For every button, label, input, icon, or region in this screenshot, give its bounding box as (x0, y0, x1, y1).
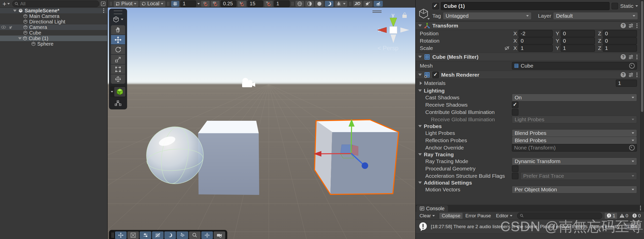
gizmo-y-axis[interactable] (351, 126, 352, 153)
rotation-y-field[interactable] (561, 37, 595, 44)
console-search[interactable] (517, 213, 602, 219)
log-count-toggle[interactable]: 1 (605, 213, 617, 219)
object-picker-icon[interactable] (629, 145, 635, 151)
presets-icon[interactable] (628, 23, 634, 28)
component-menu-kebab-icon[interactable] (636, 72, 638, 78)
lighting-toggle-button[interactable] (325, 1, 333, 7)
reflection-probes-dropdown[interactable]: Blend Probes (512, 137, 637, 144)
scene-3d-viewport[interactable]: y x < Persp (108, 7, 415, 239)
inspector-scrollbar[interactable] (640, 0, 644, 205)
hierarchy-row-scene[interactable]: SampleScene* (0, 8, 107, 13)
error-pause-button[interactable]: Error Pause (463, 213, 493, 219)
grid-size-field[interactable]: 1 (180, 1, 196, 7)
help-icon[interactable]: ? (621, 54, 626, 59)
move-snap-button[interactable] (211, 1, 219, 7)
tag-dropdown[interactable]: Untagged (443, 12, 532, 20)
move-tool[interactable] (111, 35, 125, 44)
scale-snap-field[interactable]: 1 (274, 1, 290, 7)
mesh-object-field[interactable]: Cube (512, 62, 637, 70)
scale-snap-button[interactable] (264, 1, 273, 7)
lighting-overlay-toggle[interactable] (164, 231, 176, 239)
rotation-z-field[interactable] (603, 37, 637, 44)
create-object-button[interactable]: + (2, 0, 11, 8)
shading-wireframe-button[interactable] (295, 1, 304, 7)
presets-icon[interactable] (628, 72, 634, 78)
scene-view[interactable]: Pivot Local 1 0.25 15 (108, 0, 415, 239)
procedural-geometry-checkbox[interactable] (512, 165, 518, 172)
grid-visibility-button[interactable] (171, 1, 179, 7)
motion-vectors-dropdown[interactable]: Per Object Motion (512, 186, 637, 193)
error-count-toggle[interactable]: 0 (630, 213, 642, 219)
probes-foldout[interactable]: Probes (416, 123, 640, 129)
axis-center-cube[interactable] (390, 26, 397, 34)
console-log-entry[interactable]: [18:27:58] There are 2 audio listeners i… (416, 220, 644, 234)
clear-button[interactable]: Clear (417, 213, 437, 219)
move-gizmo-toggle[interactable] (115, 231, 127, 239)
receive-gi-dropdown[interactable]: Light Probes (512, 116, 637, 123)
scale-x-field[interactable] (518, 45, 553, 52)
light-probes-overlay-toggle[interactable] (177, 231, 188, 239)
hierarchy-search[interactable] (12, 1, 99, 7)
materials-row[interactable]: Materials (416, 79, 640, 87)
tab-console[interactable]: Console (416, 205, 448, 212)
gameobject-icon-dropdown[interactable] (418, 2, 430, 20)
hierarchy-row-cube[interactable]: Cube (0, 30, 107, 36)
shading-shaded-button[interactable] (315, 1, 324, 7)
contribute-gi-checkbox[interactable] (512, 109, 518, 115)
gizmo-x-axis[interactable] (321, 154, 351, 154)
visibility-eye-icon[interactable] (1, 25, 6, 29)
collapse-button[interactable]: Collapse (439, 213, 463, 219)
sliders-overlay-toggle[interactable] (140, 231, 151, 239)
foldout-open-icon[interactable] (13, 10, 17, 12)
debug-draw-mode-dropdown[interactable] (335, 1, 347, 7)
console-search-input[interactable] (525, 213, 599, 219)
static-flags-caret[interactable] (635, 5, 638, 7)
view-hand-tool[interactable] (111, 25, 125, 35)
accel-structure-dropdown[interactable]: Prefer Fast Trace (520, 172, 637, 180)
anchor-override-field[interactable]: None (Transform) (512, 144, 637, 152)
cube-object[interactable] (198, 121, 259, 195)
rotation-x-field[interactable] (518, 37, 553, 44)
edit-tool-toggle[interactable] (127, 231, 139, 239)
accel-structure-checkbox[interactable] (512, 173, 518, 179)
layer-dropdown[interactable]: Default (553, 12, 638, 20)
scrollbar-thumb[interactable] (641, 1, 643, 112)
overlay-drag-handle[interactable] (112, 232, 113, 238)
hierarchy-row-directional-light[interactable]: Directional Light (0, 19, 107, 24)
ray-tracing-mode-dropdown[interactable]: Dynamic Transform (512, 158, 637, 165)
scale-tool[interactable] (111, 55, 125, 64)
grid-size-caret[interactable] (197, 3, 200, 5)
center-gizmo-overlay-toggle[interactable] (201, 231, 213, 239)
grid-snap-overlay-toggle[interactable] (152, 231, 164, 239)
tool-context-dropdown[interactable] (113, 16, 123, 23)
position-y-field[interactable] (561, 30, 595, 37)
materials-count-field[interactable] (616, 80, 637, 87)
editor-dropdown[interactable]: Editor (494, 213, 515, 219)
foldout-closed-icon[interactable] (420, 81, 422, 85)
object-picker-icon[interactable] (629, 63, 635, 69)
hierarchy-row-main-camera[interactable]: Main Camera (0, 13, 107, 19)
selected-cube-object[interactable] (315, 120, 399, 194)
pick-window-icon[interactable] (101, 1, 106, 6)
audio-toggle[interactable] (363, 1, 372, 7)
help-icon[interactable]: ? (621, 23, 626, 28)
scale-z-field[interactable] (603, 45, 637, 52)
position-x-field[interactable] (518, 30, 553, 37)
foldout-open-icon[interactable] (418, 74, 422, 76)
hierarchy-search-input[interactable] (20, 1, 97, 7)
2d-view-toggle[interactable]: 2D (353, 1, 362, 7)
shading-shaded-wireframe-button[interactable] (305, 1, 314, 7)
static-checkbox[interactable] (612, 3, 618, 9)
transform-component-header[interactable]: Transform ? (416, 21, 640, 30)
gizmo-plane-xy[interactable] (340, 145, 352, 154)
splines-tool[interactable] (111, 99, 125, 107)
receive-shadows-checkbox[interactable] (512, 102, 518, 108)
help-icon[interactable]: ? (621, 72, 626, 77)
grid-snap-toggle[interactable] (201, 1, 210, 7)
mesh-filter-component-header[interactable]: Cube (Mesh Filter) ? (416, 53, 640, 61)
additional-settings-foldout[interactable]: Additional Settings (416, 180, 640, 186)
projection-toggle[interactable]: < Persp (377, 45, 398, 51)
foldout-open-icon[interactable] (18, 37, 22, 40)
console-menu-kebab-icon[interactable] (639, 205, 641, 211)
component-menu-kebab-icon[interactable] (636, 54, 638, 60)
